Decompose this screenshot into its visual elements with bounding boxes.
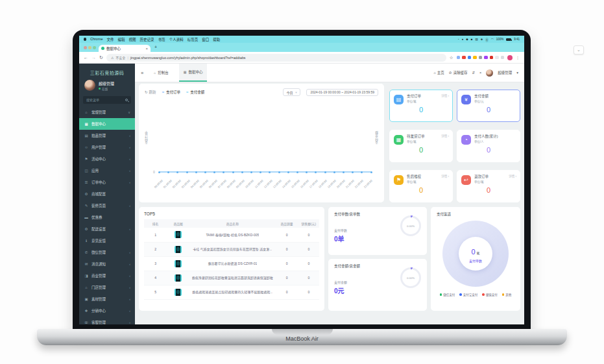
data-point[interactable] bbox=[213, 171, 215, 173]
legend-pay-orders[interactable]: ≈ 支付订单 bbox=[162, 90, 180, 95]
sidebar-item[interactable]: ☰ 订单中心 ‹ bbox=[79, 176, 135, 188]
detail-link[interactable]: 详情 › bbox=[509, 174, 516, 178]
detail-link[interactable]: 详情 › bbox=[441, 93, 449, 97]
mac-menu-item[interactable]: 窗口 bbox=[202, 37, 209, 42]
home-button[interactable]: ⌂ 主页 bbox=[433, 70, 444, 75]
data-point[interactable] bbox=[361, 171, 363, 173]
mac-menu-item[interactable]: 个人资料 bbox=[169, 37, 184, 42]
data-point[interactable] bbox=[167, 171, 169, 173]
sidebar-item[interactable]: ▤ 拍品管理 ‹ bbox=[79, 130, 135, 141]
browser-profile-avatar[interactable] bbox=[507, 55, 513, 60]
data-point[interactable] bbox=[287, 171, 289, 173]
stat-card-paying-users[interactable]: ◔ 支付人数(累计) 单位/人 0 bbox=[457, 130, 520, 162]
mac-menu-item[interactable]: 视图 bbox=[129, 37, 136, 42]
status-icon[interactable]: ▤ bbox=[476, 38, 478, 42]
forward-icon[interactable]: → bbox=[91, 55, 96, 60]
data-point[interactable] bbox=[278, 171, 280, 173]
date-range-input[interactable]: 2024-01-19 00:00:00 ~ 2024-01-19 23:59:5… bbox=[306, 89, 378, 96]
data-point[interactable] bbox=[204, 171, 206, 173]
traffic-light-close[interactable] bbox=[84, 46, 87, 49]
data-point[interactable] bbox=[250, 171, 252, 173]
data-point[interactable] bbox=[324, 171, 326, 173]
data-point[interactable] bbox=[333, 171, 335, 173]
security-warning-icon[interactable]: ⚠ bbox=[111, 56, 114, 60]
status-icon[interactable]: Ⓐ bbox=[485, 38, 489, 42]
sidebar-item[interactable]: ▦ 数据中心 bbox=[79, 118, 135, 130]
sidebar-item[interactable]: ▬ 优惠券 bbox=[79, 212, 135, 223]
sidebar-item[interactable]: ✎ 装修页面 ‹ bbox=[79, 200, 135, 212]
sidebar-item[interactable]: ❖ 分销中心 ‹ bbox=[79, 305, 135, 317]
close-icon[interactable]: × bbox=[479, 71, 481, 75]
mac-menu-item[interactable]: 文件 bbox=[107, 37, 114, 42]
sidebar-item[interactable]: ☏ 客服管理 ‹ bbox=[79, 317, 135, 324]
sidebar-item[interactable]: ⚑ 活动中心 ‹ bbox=[79, 153, 135, 165]
detail-link[interactable]: 详情 › bbox=[441, 134, 449, 138]
data-point[interactable] bbox=[370, 171, 372, 173]
status-icon[interactable]: ◆ bbox=[466, 38, 468, 42]
data-point[interactable] bbox=[186, 171, 188, 173]
detail-link[interactable]: 详情 › bbox=[441, 174, 449, 178]
sidebar-item[interactable]: ⚙ 配送设置 ‹ bbox=[79, 223, 135, 235]
search-input[interactable] bbox=[86, 98, 125, 102]
sidebar-item[interactable]: ▣ 素材管理 ‹ bbox=[79, 293, 135, 305]
back-icon[interactable]: ← bbox=[84, 55, 88, 60]
data-point[interactable] bbox=[195, 171, 197, 173]
refresh-button[interactable]: ↻ 刷新 bbox=[145, 90, 156, 95]
extension-icon[interactable] bbox=[495, 56, 499, 60]
mac-menu-item[interactable]: 帮助 bbox=[213, 37, 220, 42]
data-point[interactable] bbox=[176, 171, 178, 173]
browser-tab[interactable]: 数据中心 × bbox=[99, 45, 151, 52]
new-tab-button[interactable]: + bbox=[154, 45, 157, 49]
stat-card-refund-orders[interactable]: 详情 › ↩ 退款订单 单位/笔 0 bbox=[457, 170, 520, 202]
data-point[interactable] bbox=[158, 171, 160, 173]
legend-pay-amount[interactable]: ≈ 支付金额 bbox=[186, 90, 204, 95]
data-point[interactable] bbox=[223, 171, 224, 173]
status-icon[interactable]: ◔ bbox=[457, 38, 459, 42]
nav-tab-datacenter[interactable]: ▦ 数据中心 bbox=[179, 64, 208, 82]
traffic-light-minimize[interactable] bbox=[88, 46, 91, 49]
status-icon[interactable]: ◠ bbox=[491, 38, 494, 42]
data-point[interactable] bbox=[296, 171, 298, 173]
address-bar[interactable]: ⚠ 不安全 | jingpai.shenmuwangluo.com/yhylad… bbox=[106, 54, 446, 62]
stat-card-to-ship-orders[interactable]: 详情 › ▦ 待发货订单 单位/笔 0 bbox=[389, 130, 453, 162]
sidebar-item[interactable]: ◫ 应用 ‹ bbox=[79, 165, 135, 176]
stat-card-pay-amount[interactable]: ¥ 支付金额 单位/元 0 bbox=[457, 90, 520, 122]
sidebar-item[interactable]: ☺ 用户管理 ‹ bbox=[79, 141, 135, 153]
data-point[interactable] bbox=[343, 171, 344, 173]
sidebar-item[interactable]: ◨ 商业管理 ‹ bbox=[79, 270, 135, 282]
hamburger-icon[interactable]: ≡ bbox=[141, 71, 143, 75]
extension-icon[interactable] bbox=[479, 56, 483, 60]
status-icon[interactable]: ● bbox=[462, 38, 464, 42]
extension-icon[interactable] bbox=[501, 56, 505, 60]
extension-icon[interactable] bbox=[457, 56, 461, 60]
sidebar-item[interactable]: ✉ 消息通知 ‹ bbox=[79, 258, 135, 270]
fullscreen-icon[interactable]: ⇵ bbox=[472, 71, 475, 75]
data-point[interactable] bbox=[232, 171, 234, 173]
bookmark-star-icon[interactable]: ☆ bbox=[450, 55, 453, 60]
nav-tab-console[interactable]: ⌂ 控制台 bbox=[149, 64, 173, 82]
mac-menu-item[interactable]: Chrome bbox=[90, 37, 103, 42]
mac-menu-item[interactable]: 编辑 bbox=[118, 37, 125, 42]
collapse-chip[interactable]: ⌄ bbox=[574, 45, 584, 55]
extension-icon[interactable] bbox=[484, 56, 488, 60]
mac-menu-item[interactable]: 书签 bbox=[158, 37, 165, 42]
extension-icon[interactable] bbox=[490, 56, 494, 60]
sidebar-item[interactable]: ℹ 意见反馈 bbox=[79, 235, 135, 247]
date-range-select[interactable]: 今日 ▼ bbox=[283, 88, 300, 96]
sidebar-search[interactable] bbox=[83, 96, 131, 104]
extension-icon[interactable] bbox=[462, 56, 466, 60]
admin-name[interactable]: 超级管理 bbox=[498, 70, 512, 75]
sidebar-item[interactable]: ⌂ 常规管理 ∨ bbox=[79, 106, 135, 118]
status-icon[interactable]: ◈ bbox=[481, 38, 483, 42]
mac-menu-item[interactable]: 历史记录 bbox=[140, 37, 154, 42]
status-icon[interactable]: ■ bbox=[471, 38, 473, 42]
data-point[interactable] bbox=[315, 171, 317, 173]
data-point[interactable] bbox=[269, 171, 271, 173]
data-point[interactable] bbox=[352, 171, 354, 173]
clear-cache-button[interactable]: ⊘ 清除缓存 bbox=[449, 70, 468, 75]
traffic-light-zoom[interactable] bbox=[93, 46, 96, 49]
data-point[interactable] bbox=[260, 171, 261, 173]
stat-card-aftersales[interactable]: 详情 › ⚑ 售后维权 单位/笔 0 bbox=[389, 170, 453, 202]
sidebar-item[interactable]: ✆ 微信管理 ‹ bbox=[79, 247, 135, 258]
sidebar-item[interactable]: ⚙ 商城配置 bbox=[79, 188, 135, 200]
